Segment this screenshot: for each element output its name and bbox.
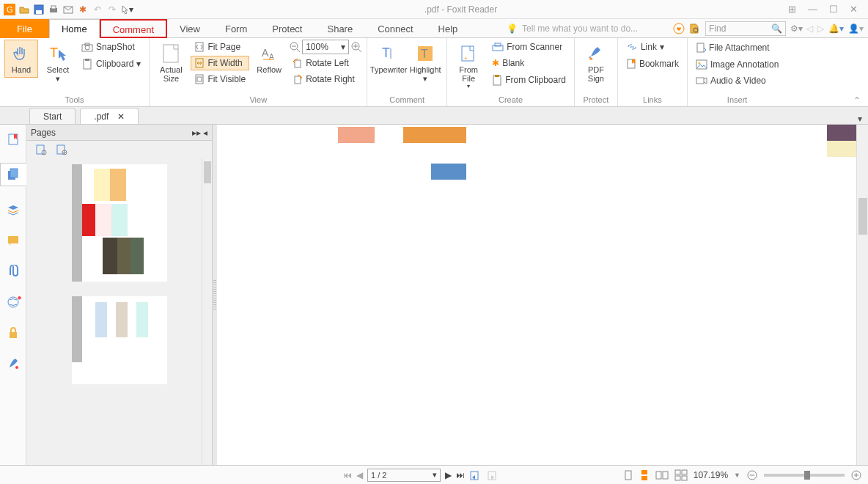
bookmarks-icon[interactable]	[6, 132, 21, 147]
zoom-out-status-icon[interactable]	[746, 469, 758, 481]
user-icon[interactable]: 👤▾	[848, 23, 864, 34]
image-annotation-button[interactable]: Image Annotation	[692, 57, 782, 72]
bell-icon[interactable]: 🔔▾	[828, 23, 844, 34]
tab-comment[interactable]: Comment	[100, 19, 167, 38]
clipboard-button[interactable]: Clipboard ▾	[78, 56, 144, 72]
gear-icon[interactable]: ⚙▾	[790, 23, 802, 34]
tab-form[interactable]: Form	[213, 19, 260, 38]
pdf-sign-button[interactable]: PDF Sign	[579, 40, 613, 87]
save-icon[interactable]	[32, 3, 45, 16]
fit-page-button[interactable]: Fit Page	[191, 40, 249, 54]
rotate-right-label: Rotate Right	[306, 74, 355, 84]
snapshot-button[interactable]: SnapShot	[78, 40, 144, 54]
redo-icon[interactable]: ↷	[106, 3, 119, 16]
tab-connect[interactable]: Connect	[365, 19, 425, 38]
from-file-button[interactable]: + From File ▾	[452, 40, 485, 93]
document-tabs: Start .pdf✕ ▾	[0, 107, 868, 125]
open-icon[interactable]	[18, 3, 31, 16]
tab-home[interactable]: Home	[49, 19, 100, 38]
print-icon[interactable]	[47, 3, 60, 16]
zoom-in-icon[interactable]	[350, 41, 362, 53]
connect-icon[interactable]: ●	[6, 295, 21, 309]
thumbnail-1[interactable]	[72, 164, 167, 282]
zoom-out-icon[interactable]	[289, 41, 301, 53]
tab-protect[interactable]: Protect	[260, 19, 315, 38]
maximize-icon[interactable]: ☐	[829, 4, 838, 15]
typewriter-button[interactable]: T Typewriter	[372, 40, 405, 78]
vertical-scrollbar[interactable]	[856, 125, 868, 465]
ribbon-mode-icon[interactable]: ⊞	[788, 4, 796, 15]
nav-back-icon[interactable]	[469, 469, 481, 481]
ribbon: Hand T Select▾ SnapShot Clipboard ▾ Tool…	[0, 38, 868, 107]
link-button[interactable]: Link ▾	[622, 40, 683, 54]
file-attachment-button[interactable]: File Attachment	[692, 40, 782, 56]
svg-text:A: A	[262, 47, 269, 59]
next-result-icon[interactable]: ▷	[817, 23, 824, 34]
tab-file[interactable]: File	[0, 19, 49, 38]
select-button[interactable]: T Select▾	[41, 40, 75, 87]
blank-button[interactable]: ✱Blank	[488, 56, 570, 70]
email-icon[interactable]	[62, 3, 75, 16]
tab-share[interactable]: Share	[315, 19, 365, 38]
thumbnail-2[interactable]	[72, 296, 167, 384]
zoom-dropdown-icon[interactable]: ▼	[734, 472, 740, 479]
attachments-icon[interactable]	[6, 264, 21, 279]
tab-help[interactable]: Help	[426, 19, 471, 38]
svg-text:T: T	[382, 45, 390, 60]
document-canvas[interactable]	[217, 125, 856, 465]
undo-icon[interactable]: ↶	[91, 3, 104, 16]
expand-thumb-icon[interactable]	[35, 144, 47, 155]
tellme-input[interactable]: Tell me what you want to do...	[522, 23, 669, 34]
doctab-current[interactable]: .pdf✕	[80, 108, 139, 124]
panel-collapse-icon[interactable]: ◂	[203, 128, 207, 138]
last-page-icon[interactable]: ⏭	[456, 470, 465, 480]
new-icon[interactable]: ✱	[76, 3, 89, 16]
pointer-dropdown-icon[interactable]: ▾	[120, 3, 133, 16]
audio-video-button[interactable]: Audio & Video	[692, 73, 782, 88]
thumb-scrollbar[interactable]	[202, 158, 212, 465]
from-clipboard-button[interactable]: From Clipboard	[488, 72, 570, 88]
continuous-icon[interactable]	[639, 469, 650, 481]
comments-icon[interactable]	[6, 233, 21, 248]
ribbon-collapse-icon[interactable]: ⌃	[853, 95, 861, 106]
doctabs-menu-icon[interactable]: ▾	[858, 114, 868, 124]
shrink-thumb-icon[interactable]	[56, 144, 67, 155]
minimize-icon[interactable]: —	[808, 4, 817, 15]
continuous-facing-icon[interactable]	[674, 469, 688, 481]
first-page-icon[interactable]: ⏮	[343, 470, 352, 480]
rotate-right-button[interactable]: Rotate Right	[289, 72, 362, 87]
rotate-left-button[interactable]: Rotate Left	[289, 56, 362, 70]
tab-close-icon[interactable]: ✕	[117, 111, 125, 122]
hand-button[interactable]: Hand	[4, 40, 38, 78]
fit-width-button[interactable]: Fit Width	[191, 56, 249, 70]
security-icon[interactable]	[6, 326, 21, 340]
bookmark-button[interactable]: Bookmark	[622, 56, 683, 72]
doctab-start[interactable]: Start	[29, 108, 76, 124]
search-file-icon[interactable]	[689, 23, 701, 34]
actual-size-button[interactable]: Actual Size	[154, 40, 188, 87]
signatures-icon[interactable]	[6, 356, 21, 371]
find-input[interactable]: Find🔍	[705, 21, 786, 36]
search-icon[interactable]: 🔍	[771, 23, 782, 34]
prev-result-icon[interactable]: ◁	[806, 23, 813, 34]
zoom-slider[interactable]	[764, 474, 845, 477]
panel-options-icon[interactable]: ▸▸	[192, 128, 201, 138]
next-page-icon[interactable]: ▶	[445, 470, 452, 480]
zoom-in-status-icon[interactable]	[850, 469, 862, 481]
tab-view[interactable]: View	[167, 19, 213, 38]
facing-icon[interactable]	[655, 469, 669, 481]
heart-icon[interactable]	[673, 23, 685, 34]
layers-icon[interactable]	[6, 202, 21, 217]
fit-visible-button[interactable]: Fit Visible	[191, 72, 249, 87]
zoom-input[interactable]: 100%▾	[302, 40, 349, 54]
prev-page-icon[interactable]: ◀	[356, 470, 363, 480]
close-icon[interactable]: ✕	[850, 4, 858, 15]
page-input[interactable]: 1 / 2▾	[367, 469, 441, 482]
from-scanner-button[interactable]: From Scanner	[488, 40, 570, 54]
highlight-button[interactable]: T Highlight▾	[408, 40, 442, 87]
svg-rect-15	[163, 45, 178, 62]
single-page-icon[interactable]	[623, 469, 633, 481]
nav-forward-icon[interactable]	[485, 469, 497, 481]
pages-icon[interactable]	[0, 163, 26, 186]
reflow-button[interactable]: AA Reflow	[252, 40, 286, 78]
